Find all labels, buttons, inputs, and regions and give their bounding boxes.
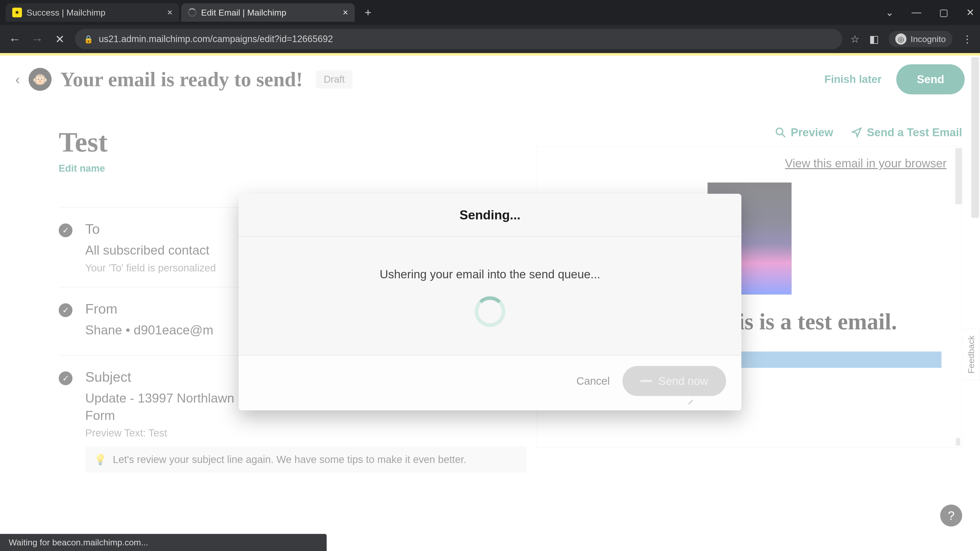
tab-close-icon[interactable]: × xyxy=(167,7,172,18)
modal-cancel-button[interactable]: Cancel xyxy=(576,375,610,387)
tab-close-icon[interactable]: × xyxy=(343,7,348,18)
loading-dash-icon xyxy=(640,380,652,382)
tab-title: Success | Mailchimp xyxy=(27,8,105,17)
side-panel-icon[interactable]: ◧ xyxy=(869,33,879,45)
new-tab-button[interactable]: + xyxy=(360,5,375,20)
kebab-menu-icon[interactable]: ⋮ xyxy=(962,33,972,45)
send-now-label: Send now xyxy=(658,375,708,387)
window-controls: ⌄ ― ▢ ✕ xyxy=(886,7,974,18)
incognito-indicator[interactable]: ◎ Incognito xyxy=(889,31,953,47)
sending-modal: Sending... Ushering your email into the … xyxy=(239,194,741,410)
url-text: us21.admin.mailchimp.com/campaigns/edit?… xyxy=(99,34,333,44)
progress-spinner-icon xyxy=(475,297,505,327)
modal-title: Sending... xyxy=(239,194,741,236)
bookmark-star-icon[interactable]: ☆ xyxy=(850,33,859,45)
mailchimp-favicon-icon: ✶ xyxy=(12,8,22,17)
tabs-dropdown-icon[interactable]: ⌄ xyxy=(886,7,894,18)
loading-spinner-icon xyxy=(188,8,197,17)
window-close-icon[interactable]: ✕ xyxy=(966,7,974,18)
tab-success[interactable]: ✶ Success | Mailchimp × xyxy=(6,3,179,22)
page-viewport: ‹ 🐵 Your email is ready to send! Draft F… xyxy=(0,53,980,551)
omnibox[interactable]: 🔒 us21.admin.mailchimp.com/campaigns/edi… xyxy=(75,29,842,49)
window-minimize-icon[interactable]: ― xyxy=(912,7,921,18)
tab-strip: ✶ Success | Mailchimp × Edit Email | Mai… xyxy=(0,0,980,25)
tab-edit-email[interactable]: Edit Email | Mailchimp × xyxy=(181,3,355,22)
browser-status-bar: Waiting for beacon.mailchimp.com... xyxy=(0,534,327,551)
incognito-label: Incognito xyxy=(911,34,946,44)
nav-stop-icon[interactable]: ✕ xyxy=(52,33,67,46)
incognito-icon: ◎ xyxy=(895,33,907,44)
nav-back-icon[interactable]: ← xyxy=(8,32,22,46)
lock-icon: 🔒 xyxy=(84,35,93,44)
tab-title: Edit Email | Mailchimp xyxy=(201,8,286,17)
address-bar: ← → ✕ 🔒 us21.admin.mailchimp.com/campaig… xyxy=(0,25,980,53)
modal-send-now-button[interactable]: Send now xyxy=(622,366,726,396)
nav-forward-icon[interactable]: → xyxy=(30,32,45,46)
modal-message: Ushering your email into the send queue.… xyxy=(239,237,741,297)
window-maximize-icon[interactable]: ▢ xyxy=(939,7,948,18)
